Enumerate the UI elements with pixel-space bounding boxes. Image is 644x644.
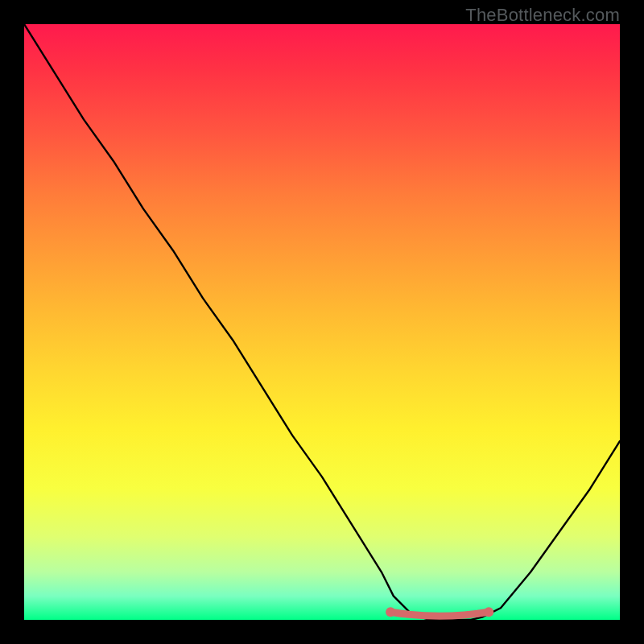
plot-area: [24, 24, 620, 620]
chart-frame: TheBottleneck.com: [0, 0, 644, 644]
watermark-text: TheBottleneck.com: [465, 5, 620, 26]
highlight-dot-left: [386, 607, 395, 617]
curve-layer: [24, 24, 620, 620]
highlight-dot-right: [484, 607, 493, 617]
bottleneck-curve: [24, 24, 620, 620]
highlight-segment: [390, 612, 489, 616]
